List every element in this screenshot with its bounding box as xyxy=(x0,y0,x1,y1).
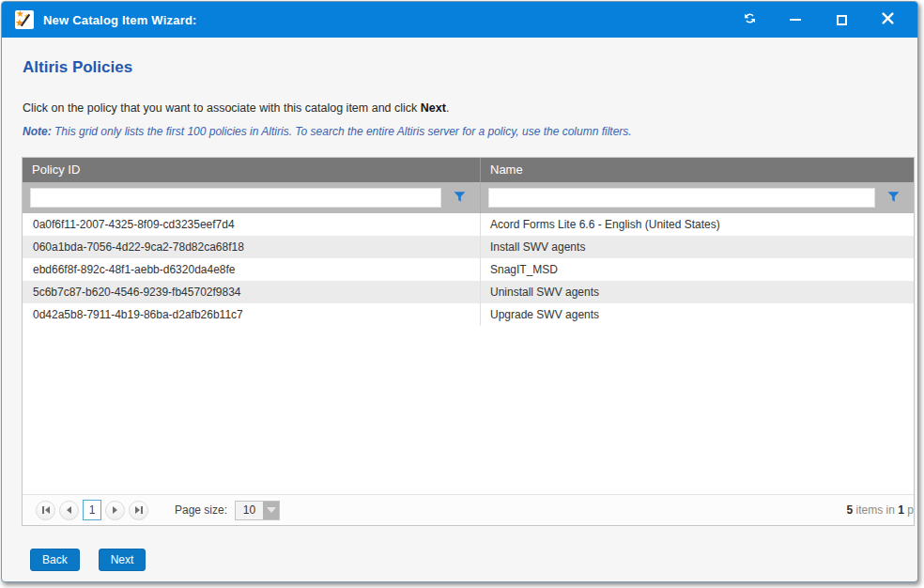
content-area: Altiris Policies Click on the policy tha… xyxy=(2,58,917,571)
page-size-dropdown-button[interactable] xyxy=(263,502,279,519)
name-filter-input[interactable] xyxy=(488,188,875,208)
instruction-prefix: Click on the policy that you want to ass… xyxy=(23,101,421,115)
maximize-button[interactable] xyxy=(834,12,849,27)
cell-policy-id: 060a1bda-7056-4d22-9ca2-78d82ca68f18 xyxy=(23,236,481,258)
grid-header-row: Policy ID Name xyxy=(23,158,914,182)
wizard-stars-icon: ★★★ xyxy=(15,10,34,29)
cell-policy-id: ebd66f8f-892c-48f1-aebb-d6320da4e8fe xyxy=(23,258,481,281)
minimize-button[interactable] xyxy=(788,12,803,27)
note-label: Note: xyxy=(23,125,52,138)
cell-name: Install SWV agents xyxy=(481,236,914,258)
first-page-icon xyxy=(42,506,44,514)
cell-name: Uninstall SWV agents xyxy=(481,281,914,303)
table-row[interactable]: ebd66f8f-892c-48f1-aebb-d6320da4e8fe Sna… xyxy=(23,258,914,281)
first-page-button[interactable] xyxy=(36,501,55,520)
footer-buttons: Back Next xyxy=(30,549,913,571)
filter-row xyxy=(23,182,914,213)
page-title: Altiris Policies xyxy=(23,58,913,77)
window-title: New Catalog Item Wizard: xyxy=(43,13,197,27)
wizard-window: ★★★ New Catalog Item Wizard: xyxy=(1,1,918,582)
policy-id-filter-input[interactable] xyxy=(30,188,441,208)
cell-name: Upgrade SWV agents xyxy=(481,303,914,326)
prev-page-button[interactable] xyxy=(59,501,79,520)
instruction-suffix: . xyxy=(446,101,449,115)
chevron-down-icon xyxy=(267,507,276,513)
last-page-button[interactable] xyxy=(129,501,148,520)
name-filter-cell xyxy=(481,182,914,213)
instruction-text: Click on the policy that you want to ass… xyxy=(23,101,913,115)
cell-name: Acord Forms Lite 6.6 - English (United S… xyxy=(481,213,914,236)
table-row[interactable]: 5c6b7c87-b620-4546-9239-fb45702f9834 Uni… xyxy=(23,281,914,303)
cell-policy-id: 0a0f6f11-2007-4325-8f09-cd3235eef7d4 xyxy=(23,213,481,236)
name-filter-button[interactable] xyxy=(885,190,901,207)
policy-id-filter-button[interactable] xyxy=(451,190,468,207)
page-size-value: 10 xyxy=(236,502,263,519)
cell-policy-id: 0d42a5b8-7911-4b19-86ba-d2afb26b11c7 xyxy=(23,303,481,326)
current-page-indicator[interactable]: 1 xyxy=(83,500,101,520)
filter-funnel-icon xyxy=(454,191,466,206)
close-button[interactable] xyxy=(880,12,895,27)
policies-grid: Policy ID Name xyxy=(22,157,915,526)
cell-policy-id: 5c6b7c87-b620-4546-9239-fb45702f9834 xyxy=(23,281,481,303)
last-page-icon xyxy=(135,506,140,514)
pager-bar: 1 Page size: 10 5 items in 1 p xyxy=(23,494,914,525)
page-size-select[interactable]: 10 xyxy=(235,501,280,520)
policy-id-filter-cell xyxy=(23,182,481,213)
cell-name: SnagIT_MSD xyxy=(481,258,914,281)
grid-empty-area xyxy=(23,326,914,494)
instruction-next-keyword: Next xyxy=(421,101,446,115)
maximize-icon xyxy=(837,15,847,25)
table-row[interactable]: 0a0f6f11-2007-4325-8f09-cd3235eef7d4 Aco… xyxy=(23,213,914,236)
refresh-button[interactable] xyxy=(742,12,757,27)
next-page-button[interactable] xyxy=(105,501,125,520)
filter-funnel-icon xyxy=(887,191,900,206)
back-button[interactable]: Back xyxy=(30,549,80,571)
prev-page-icon xyxy=(67,506,71,514)
note-body: This grid only lists the first 100 polic… xyxy=(52,125,632,138)
note-text: Note: This grid only lists the first 100… xyxy=(23,125,913,138)
refresh-icon xyxy=(743,11,757,28)
minimize-icon xyxy=(790,19,801,21)
titlebar: ★★★ New Catalog Item Wizard: xyxy=(2,2,917,38)
pages-count: 1 xyxy=(898,503,904,517)
page-size-label: Page size: xyxy=(175,503,227,517)
table-row[interactable]: 0d42a5b8-7911-4b19-86ba-d2afb26b11c7 Upg… xyxy=(23,303,914,326)
table-row[interactable]: 060a1bda-7056-4d22-9ca2-78d82ca68f18 Ins… xyxy=(23,236,914,258)
close-icon xyxy=(882,12,894,27)
next-page-icon xyxy=(113,506,117,514)
window-controls xyxy=(742,12,904,27)
items-summary: 5 items in 1 p xyxy=(847,503,914,517)
column-header-name[interactable]: Name xyxy=(481,158,914,182)
next-button[interactable]: Next xyxy=(99,549,146,571)
column-header-policy-id[interactable]: Policy ID xyxy=(23,158,481,182)
